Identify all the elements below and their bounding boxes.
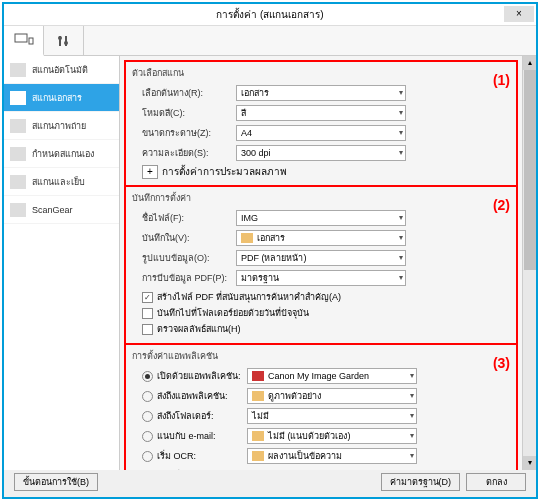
radio-label: อย่าเริ่มแอพพลิเคชันใด ๆ bbox=[157, 469, 254, 470]
defaults-button[interactable]: ค่ามาตรฐาน(D) bbox=[381, 473, 461, 491]
checkbox-searchable-pdf[interactable]: ✓ bbox=[142, 292, 153, 303]
svg-point-4 bbox=[58, 36, 62, 40]
checkbox-subfolder-date[interactable] bbox=[142, 308, 153, 319]
label-resolution: ความละเอียด(S): bbox=[132, 146, 236, 160]
toolbar bbox=[4, 26, 536, 56]
titlebar: การตั้งค่า (สแกนเอกสาร) × bbox=[4, 4, 536, 26]
document-icon bbox=[10, 91, 26, 105]
select-save-in[interactable]: เอกสาร bbox=[236, 230, 406, 246]
sidebar-label: ScanGear bbox=[32, 205, 73, 215]
select-paper-size[interactable]: A4 bbox=[236, 125, 406, 141]
section-save-settings: (2) บันทึกการตั้งค่า ชื่อไฟล์(F): IMG บั… bbox=[126, 187, 516, 345]
select-pdf-compression[interactable]: มาตรฐาน bbox=[236, 270, 406, 286]
scrollbar[interactable]: ▴ ▾ bbox=[522, 56, 536, 470]
settings-window: การตั้งค่า (สแกนเอกสาร) × สแกนอัตโนมัติ … bbox=[2, 2, 538, 499]
sidebar-item-auto[interactable]: สแกนอัตโนมัติ bbox=[4, 56, 119, 84]
scangear-icon bbox=[10, 203, 26, 217]
radio-label: ส่งถึงโฟลเดอร์: bbox=[157, 409, 247, 423]
checkbox-label: สร้างไฟล์ PDF ที่สนับสนุนการค้นหาคำสำคัญ… bbox=[157, 290, 341, 304]
instructions-button[interactable]: ขั้นตอนการใช้(B) bbox=[14, 473, 98, 491]
label-paper-size: ขนาดกระดาษ(Z): bbox=[132, 126, 236, 140]
expand-image-processing[interactable]: + bbox=[142, 165, 158, 179]
select-ocr[interactable]: ผลงานเป็นข้อความ bbox=[247, 448, 417, 464]
sidebar-label: กำหนดสแกนเอง bbox=[32, 147, 94, 161]
folder-icon bbox=[252, 451, 264, 461]
custom-icon bbox=[10, 147, 26, 161]
select-open-app[interactable]: Canon My Image Garden bbox=[247, 368, 417, 384]
checkbox-label: บันทึกไปที่โฟลเดอร์ย่อยด้วยวันที่ปัจจุบั… bbox=[157, 306, 309, 320]
svg-rect-0 bbox=[15, 34, 27, 42]
radio-open-with-app[interactable] bbox=[142, 371, 153, 382]
svg-rect-1 bbox=[29, 38, 33, 44]
select-send-folder[interactable]: ไม่มี bbox=[247, 408, 417, 424]
body: สแกนอัตโนมัติ สแกนเอกสาร สแกนภาพถ่าย กำห… bbox=[4, 56, 536, 470]
folder-icon bbox=[241, 233, 253, 243]
label-image-processing: การตั้งค่าการประมวลผลภาพ bbox=[162, 164, 287, 179]
folder-icon bbox=[252, 431, 264, 441]
radio-send-to-app[interactable] bbox=[142, 391, 153, 402]
section-title: บันทึกการตั้งค่า bbox=[132, 191, 510, 205]
section-title: การตั้งค่าแอพพลิเคชัน bbox=[132, 349, 510, 363]
tools-icon bbox=[56, 34, 72, 48]
sidebar: สแกนอัตโนมัติ สแกนเอกสาร สแกนภาพถ่าย กำห… bbox=[4, 56, 120, 470]
label-pdf-compression: การบีบข้อมูล PDF(P): bbox=[132, 271, 236, 285]
stitch-icon bbox=[10, 175, 26, 189]
label-color-mode: โหมดสี(C): bbox=[132, 106, 236, 120]
marker-3: (3) bbox=[493, 355, 510, 371]
sidebar-item-document[interactable]: สแกนเอกสาร bbox=[4, 84, 119, 112]
select-data-format[interactable]: PDF (หลายหน้า) bbox=[236, 250, 406, 266]
close-icon[interactable]: × bbox=[504, 6, 534, 22]
section-title: ตัวเลือกสแกน bbox=[132, 66, 510, 80]
radio-label: ส่งถึงแอพพลิเคชัน: bbox=[157, 389, 247, 403]
auto-icon bbox=[10, 63, 26, 77]
ok-button[interactable]: ตกลง bbox=[466, 473, 526, 491]
section-application-settings: (3) การตั้งค่าแอพพลิเคชัน เปิดด้วยแอพพลิ… bbox=[126, 345, 516, 470]
select-resolution[interactable]: 300 dpi bbox=[236, 145, 406, 161]
checkbox-check-results[interactable] bbox=[142, 324, 153, 335]
radio-label: แนบกับ e-mail: bbox=[157, 429, 247, 443]
radio-attach-email[interactable] bbox=[142, 431, 153, 442]
window-title: การตั้งค่า (สแกนเอกสาร) bbox=[216, 9, 323, 20]
select-source[interactable]: เอกสาร bbox=[236, 85, 406, 101]
sidebar-item-photo[interactable]: สแกนภาพถ่าย bbox=[4, 112, 119, 140]
folder-icon bbox=[252, 391, 264, 401]
scroll-thumb[interactable] bbox=[524, 70, 536, 270]
footer-bar: ขั้นตอนการใช้(B) ค่ามาตรฐาน(D) ตกลง bbox=[14, 473, 526, 491]
svg-point-5 bbox=[64, 41, 68, 45]
content-highlight: (1) ตัวเลือกสแกน เลือกต้นทาง(R): เอกสาร … bbox=[124, 60, 518, 470]
marker-1: (1) bbox=[493, 72, 510, 88]
checkbox-label: ตรวจผลลัพธ์สแกน(H) bbox=[157, 322, 241, 336]
label-source: เลือกต้นทาง(R): bbox=[132, 86, 236, 100]
photo-icon bbox=[10, 119, 26, 133]
sidebar-label: สแกนภาพถ่าย bbox=[32, 119, 86, 133]
tab-tools[interactable] bbox=[44, 26, 84, 55]
sidebar-label: สแกนอัตโนมัติ bbox=[32, 63, 88, 77]
monitor-icon bbox=[14, 33, 34, 47]
main-panel: (1) ตัวเลือกสแกน เลือกต้นทาง(R): เอกสาร … bbox=[120, 56, 536, 470]
sidebar-item-stitch[interactable]: สแกนและเย็บ bbox=[4, 168, 119, 196]
scroll-down-icon[interactable]: ▾ bbox=[523, 456, 536, 470]
sidebar-label: สแกนและเย็บ bbox=[32, 175, 85, 189]
label-data-format: รูปแบบข้อมูล(O): bbox=[132, 251, 236, 265]
label-save-in: บันทึกใน(V): bbox=[132, 231, 236, 245]
sidebar-item-scangear[interactable]: ScanGear bbox=[4, 196, 119, 224]
select-send-app[interactable]: ดูภาพตัวอย่าง bbox=[247, 388, 417, 404]
label-filename: ชื่อไฟล์(F): bbox=[132, 211, 236, 225]
radio-send-to-folder[interactable] bbox=[142, 411, 153, 422]
input-filename[interactable]: IMG bbox=[236, 210, 406, 226]
sidebar-label: สแกนเอกสาร bbox=[32, 91, 82, 105]
select-color-mode[interactable]: สี bbox=[236, 105, 406, 121]
marker-2: (2) bbox=[493, 197, 510, 213]
tab-scan-from-computer[interactable] bbox=[4, 26, 44, 56]
select-email[interactable]: ไม่มี (แนบด้วยตัวเอง) bbox=[247, 428, 417, 444]
section-scan-options: (1) ตัวเลือกสแกน เลือกต้นทาง(R): เอกสาร … bbox=[126, 62, 516, 187]
radio-label: เปิดด้วยแอพพลิเคชัน: bbox=[157, 369, 247, 383]
radio-start-ocr[interactable] bbox=[142, 451, 153, 462]
radio-label: เริ่ม OCR: bbox=[157, 449, 247, 463]
scroll-up-icon[interactable]: ▴ bbox=[523, 56, 536, 70]
sidebar-item-custom[interactable]: กำหนดสแกนเอง bbox=[4, 140, 119, 168]
app-icon bbox=[252, 371, 264, 381]
